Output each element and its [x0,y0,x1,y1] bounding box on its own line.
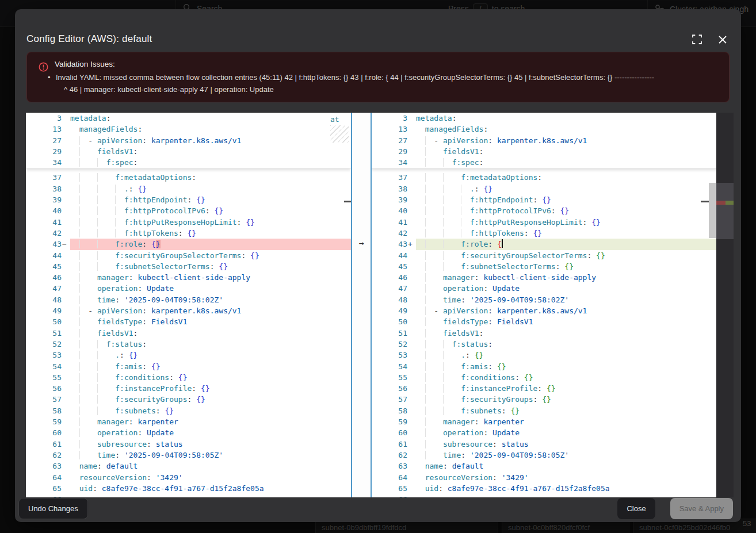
code-line-34[interactable]: 34 f:spec: [26,157,351,168]
code-line-57[interactable]: 57 f:securityGroups: {} [26,394,351,405]
code-text[interactable]: f:spec: [416,157,716,168]
line-number[interactable]: 38 [26,183,62,194]
code-line-58[interactable]: 58 f:subnets: {} [26,405,351,416]
code-text[interactable]: f:instanceProfile: {} [70,383,351,394]
code-text[interactable]: f:spec: [70,157,351,168]
line-number[interactable]: 52 [372,339,407,350]
line-number[interactable]: 64 [372,472,407,483]
code-text[interactable]: f:role: { [416,239,716,250]
code-line-39[interactable]: 39 f:httpEndpoint: {} [372,194,716,205]
code-text[interactable]: time: '2025-09-04T09:58:02Z' [416,294,716,305]
code-text[interactable]: f:securityGroupSelectorTerms: {} [70,250,351,261]
line-number[interactable]: 37 [26,172,62,183]
code-text[interactable]: fieldsV1: [70,146,351,157]
line-number[interactable]: 42 [26,228,62,239]
line-number[interactable]: 13 [26,124,62,135]
code-text[interactable]: manager: kubectl-client-side-apply [70,272,351,283]
code-line-43[interactable]: 43+ f:role: { [372,239,716,250]
overview-viewport[interactable] [716,183,734,239]
line-number[interactable]: 65 [372,483,407,494]
line-number[interactable]: 51 [372,328,407,339]
line-number[interactable]: 58 [26,405,62,416]
line-number[interactable]: 42 [372,228,407,239]
code-line-63[interactable]: 63 name: default [26,461,351,471]
code-line-60[interactable]: 60 operation: Update [26,427,351,438]
code-line-49[interactable]: 49 - apiVersion: karpenter.k8s.aws/v1 [372,305,716,316]
code-text[interactable]: uid: c8afe97e-38cc-4f91-a767-d15f2a8fe05… [70,483,351,494]
line-number[interactable]: 62 [26,450,62,461]
code-text[interactable]: f:httpTokens: {} [416,228,716,239]
line-number[interactable]: 56 [26,383,62,394]
code-text[interactable]: uid: c8afe97e-38cc-4f91-a767-d15f2a8fe05… [416,483,716,494]
code-text[interactable]: f:securityGroupSelectorTerms: {} [416,250,716,261]
code-text[interactable]: f:status: [416,339,716,350]
code-line-53[interactable]: 53 .: {} [26,350,351,361]
code-text[interactable]: - apiVersion: karpenter.k8s.aws/v1 [70,135,351,146]
code-line-3[interactable]: 3metadata: [372,113,716,124]
line-number[interactable]: 45 [26,261,62,272]
code-line-61[interactable]: 61 subresource: status [372,439,716,450]
line-number[interactable]: 43 [26,239,62,250]
code-line-37[interactable]: 37 f:metadataOptions: [372,172,716,183]
code-line-38[interactable]: 38 .: {} [372,183,716,194]
line-number[interactable]: 44 [372,250,407,261]
code-line-66[interactable]: 66spec: [26,494,351,497]
code-text[interactable]: f:status: [70,339,351,350]
code-line-43[interactable]: 43− f:role: {} [26,239,351,250]
code-line-51[interactable]: 51 fieldsV1: [372,328,716,339]
code-text[interactable]: metadata: [416,113,716,124]
line-number[interactable]: 46 [26,272,62,283]
code-line-61[interactable]: 61 subresource: status [26,439,351,450]
code-text[interactable]: manager: kubectl-client-side-apply [416,272,716,283]
code-text[interactable]: f:httpProtocolIPv6: {} [416,205,716,216]
code-line-56[interactable]: 56 f:instanceProfile: {} [372,383,716,394]
code-line-65[interactable]: 65 uid: c8afe97e-38cc-4f91-a767-d15f2a8f… [372,483,716,494]
line-number[interactable]: 46 [372,272,407,283]
diff-splitter[interactable]: → [351,113,372,497]
line-number[interactable]: 47 [372,283,407,294]
line-number[interactable]: 63 [372,461,407,471]
code-line-39[interactable]: 39 f:httpEndpoint: {} [26,194,351,205]
code-text[interactable]: - apiVersion: karpenter.k8s.aws/v1 [70,305,351,316]
code-text[interactable]: operation: Update [416,427,716,438]
line-number[interactable]: 40 [372,205,407,216]
code-text[interactable]: f:subnets: {} [70,405,351,416]
code-text[interactable]: subresource: status [70,439,351,450]
code-line-47[interactable]: 47 operation: Update [26,283,351,294]
code-text[interactable]: operation: Update [416,283,716,294]
code-line-13[interactable]: 13 managedFields: [26,124,351,135]
code-text[interactable]: f:instanceProfile: {} [416,383,716,394]
code-line-34[interactable]: 34 f:spec: [372,157,716,168]
code-text[interactable]: .: {} [70,183,351,194]
code-text[interactable]: fieldsV1: [416,328,716,339]
code-line-59[interactable]: 59 manager: karpenter [26,416,351,427]
code-modified[interactable]: 37 f:metadataOptions:38 .: {}39 f:httpEn… [372,172,716,497]
line-number[interactable]: 57 [26,394,62,405]
line-number[interactable]: 49 [372,305,407,316]
code-line-38[interactable]: 38 .: {} [26,183,351,194]
line-number[interactable]: 47 [26,283,62,294]
line-number[interactable]: 43 [372,239,407,250]
undo-changes-button[interactable]: Undo Changes [18,498,88,519]
code-text[interactable]: f:securityGroups: {} [70,394,351,405]
code-text[interactable]: operation: Update [70,283,351,294]
code-line-29[interactable]: 29 fieldsV1: [372,146,716,157]
line-number[interactable]: 54 [372,361,407,372]
code-line-48[interactable]: 48 time: '2025-09-04T09:58:02Z' [26,294,351,305]
code-line-63[interactable]: 63 name: default [372,461,716,471]
code-text[interactable]: fieldsV1: [70,328,351,339]
line-number[interactable]: 55 [372,372,407,383]
code-text[interactable]: f:httpPutResponseHopLimit: {} [70,217,351,228]
line-number[interactable]: 49 [26,305,62,316]
code-line-48[interactable]: 48 time: '2025-09-04T09:58:02Z' [372,294,716,305]
code-text[interactable]: resourceVersion: '3429' [70,472,351,483]
code-line-66[interactable]: 66spec: [372,494,716,497]
code-text[interactable]: time: '2025-09-04T09:58:02Z' [70,294,351,305]
code-line-41[interactable]: 41 f:httpPutResponseHopLimit: {} [372,217,716,228]
save-apply-button[interactable]: Save & Apply [670,498,733,519]
line-number[interactable]: 40 [26,205,62,216]
code-line-54[interactable]: 54 f:amis: {} [26,361,351,372]
code-line-64[interactable]: 64 resourceVersion: '3429' [372,472,716,483]
line-number[interactable]: 52 [26,339,62,350]
code-text[interactable]: managedFields: [416,124,716,135]
